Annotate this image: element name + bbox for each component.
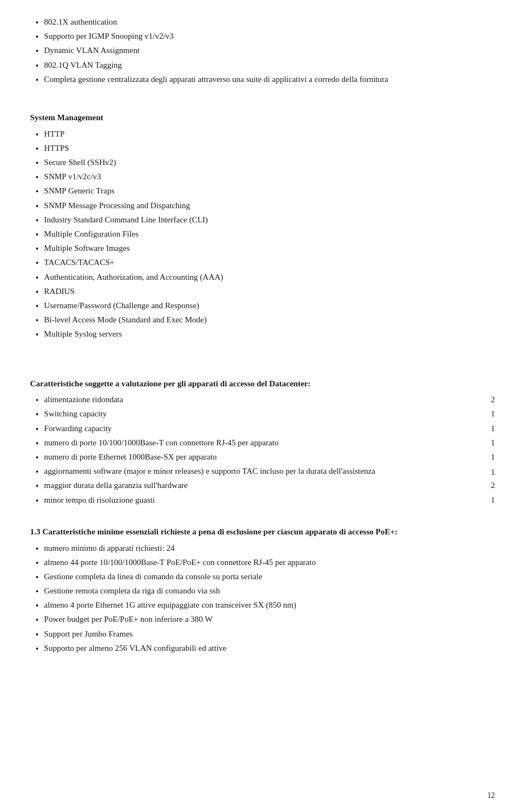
list-item: Multiple Software Images xyxy=(30,243,495,255)
char-text: alimentazione ridondata xyxy=(44,394,479,406)
characteristics-heading: Caratteristiche soggette a valutazione p… xyxy=(30,378,495,390)
char-row-aggiornamenti: aggiornamenti software (major e minor re… xyxy=(30,466,495,478)
list-item: TACACS/TACACS+ xyxy=(30,257,495,269)
list-item: Gestione remota completa da riga di coma… xyxy=(30,585,495,598)
list-item: Multiple Syslog servers xyxy=(30,328,495,341)
char-text: numero di porte Ethernet 1000Base-SX per… xyxy=(44,451,479,463)
char-text: Forwarding capacity xyxy=(44,423,479,435)
char-text: aggiornamenti software (major e minor re… xyxy=(44,466,479,478)
list-item: Industry Standard Command Line Interface… xyxy=(30,214,495,227)
characteristics-list: alimentazione ridondata 2 Switching capa… xyxy=(30,394,495,507)
char-row-risoluzione: minor tempo di risoluzione guasti 1 xyxy=(30,495,495,507)
intro-list: 802.1X authentication Supporto per IGMP … xyxy=(30,16,495,86)
list-item: HTTPS xyxy=(30,143,495,155)
list-item: Power budget per PoE/PoE+ non inferiore … xyxy=(30,614,495,626)
char-value: 2 xyxy=(479,480,495,492)
char-text: Switching capacity xyxy=(44,408,479,420)
list-item: numero minimo di apparati richiesti: 24 xyxy=(30,543,495,555)
list-item: Completa gestione centralizzata degli ap… xyxy=(30,74,495,86)
char-text: maggior durata della garanzia sull'hardw… xyxy=(44,480,479,492)
char-text: minor tempo di risoluzione guasti xyxy=(44,495,479,507)
list-item: Supporto per IGMP Snooping v1/v2/v3 xyxy=(30,31,495,43)
section-1-3-list: numero minimo di apparati richiesti: 24 … xyxy=(30,543,495,656)
system-management-list: HTTP HTTPS Secure Shell (SSHv2) SNMP v1/… xyxy=(30,128,495,342)
char-value: 1 xyxy=(479,408,495,420)
char-row-porte-rj45: numero di porte 10/100/1000Base-T con co… xyxy=(30,437,495,450)
char-text: numero di porte 10/100/1000Base-T con co… xyxy=(44,437,479,449)
char-row-forwarding: Forwarding capacity 1 xyxy=(30,423,495,436)
char-value: 1 xyxy=(479,495,495,507)
char-value: 2 xyxy=(479,394,495,406)
char-value: 1 xyxy=(479,467,495,479)
char-value: 1 xyxy=(479,437,495,449)
char-row-switching: Switching capacity 1 xyxy=(30,408,495,421)
system-management-heading: System Management xyxy=(30,112,495,124)
list-item: Gestione completa da linea di comando da… xyxy=(30,571,495,584)
list-item: 802.1X authentication xyxy=(30,16,495,29)
section-1-3-title: 1.3 Caratteristiche minime essenziali ri… xyxy=(30,527,398,536)
list-item: HTTP xyxy=(30,128,495,141)
list-item: SNMP Message Processing and Dispatching xyxy=(30,200,495,213)
list-item: RADIUS xyxy=(30,286,495,298)
section-1-3-heading: 1.3 Caratteristiche minime essenziali ri… xyxy=(30,526,495,538)
list-item: SNMP Generic Traps xyxy=(30,185,495,198)
list-item: Username/Password (Challenge and Respons… xyxy=(30,300,495,313)
list-item: Multiple Configuration Files xyxy=(30,228,495,241)
char-value: 1 xyxy=(479,423,495,435)
list-item: Authentication, Authorization, and Accou… xyxy=(30,272,495,284)
list-item: SNMP v1/v2c/v3 xyxy=(30,171,495,184)
list-item: Bi-level Access Mode (Standard and Exec … xyxy=(30,314,495,327)
list-item: Supporto per almeno 256 VLAN configurabi… xyxy=(30,643,495,655)
list-item: almeno 44 porte 10/100/1000Base-T PoE/Po… xyxy=(30,557,495,569)
list-item: 802.1Q VLAN Tagging xyxy=(30,60,495,72)
char-row-alimentazione: alimentazione ridondata 2 xyxy=(30,394,495,407)
list-item: Support per Jumbo Frames xyxy=(30,628,495,641)
char-row-porte-sx: numero di porte Ethernet 1000Base-SX per… xyxy=(30,451,495,464)
list-item: Secure Shell (SSHv2) xyxy=(30,157,495,169)
list-item: Dynamic VLAN Assignment xyxy=(30,45,495,57)
page-number: 12 xyxy=(487,790,495,801)
list-item: almeno 4 porte Ethernet 1G attive equipa… xyxy=(30,599,495,612)
char-row-garanzia: maggior durata della garanzia sull'hardw… xyxy=(30,480,495,492)
char-value: 1 xyxy=(479,451,495,463)
